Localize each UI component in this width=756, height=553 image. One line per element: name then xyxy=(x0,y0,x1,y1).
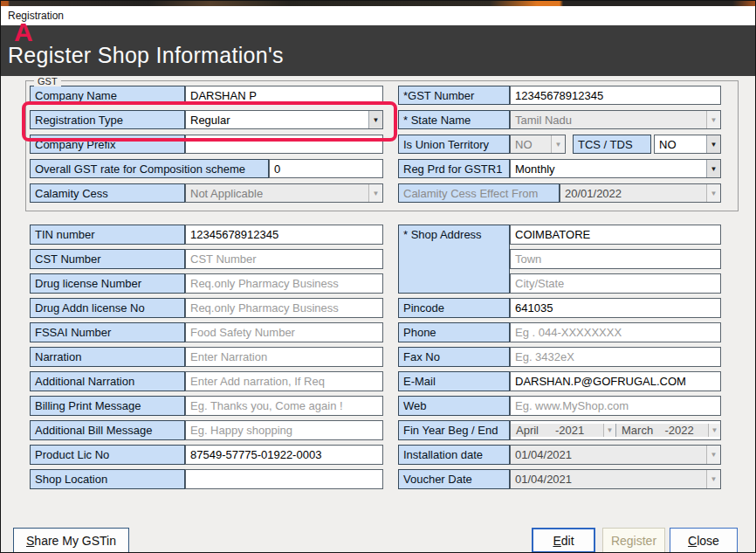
dropdown-arrow-icon[interactable]: ▼ xyxy=(706,446,720,464)
fax-no-label: Fax No xyxy=(398,347,510,367)
dropdown-arrow-icon[interactable]: ▼ xyxy=(551,135,565,153)
share-my-gstin-button-label: Share My GSTin xyxy=(26,534,116,548)
fssai-number-label: FSSAI Number xyxy=(30,322,185,342)
shop-location-label: Shop Location xyxy=(30,469,185,489)
field-row-additional-bill-message: Additional Bill Message Eg. Happy shoppi… xyxy=(30,420,383,440)
company-prefix-input[interactable] xyxy=(185,135,383,154)
field-row-voucher-date: Voucher Date 01/04/2021 ▼ xyxy=(398,469,721,489)
field-row-drug-license: Drug license Number Req.only Pharmacy Bu… xyxy=(30,273,383,294)
billing-print-message-label: Billing Print Message xyxy=(30,396,185,416)
phone-input[interactable]: Eg . 044-XXXXXXXX xyxy=(510,322,721,342)
email-label: E-Mail xyxy=(398,371,510,391)
field-row-fssai-number: FSSAI Number Food Safety Number xyxy=(30,322,383,342)
fin-year-end-year: -2022 xyxy=(664,424,696,437)
gst-left-column: Company Name DARSHAN P Registration Type… xyxy=(30,86,383,203)
drug-license-input[interactable]: Req.only Pharmacy Business xyxy=(185,273,383,294)
close-button-label: Close xyxy=(688,534,719,548)
field-row-calamity-cess: Calamity Cess Not Applicable ▼ xyxy=(30,183,383,203)
shop-location-input[interactable] xyxy=(185,469,383,489)
union-territory-combobox[interactable]: NO ▼ xyxy=(510,135,566,154)
field-row-cst-number: CST Number CST Number xyxy=(30,249,383,269)
gst-number-input[interactable]: 12345678912345 xyxy=(510,86,721,105)
share-my-gstin-button[interactable]: Share My GSTin xyxy=(13,528,129,553)
billing-print-message-input[interactable]: Eg. Thanks you, Come again ! xyxy=(185,396,383,416)
register-button[interactable]: Register xyxy=(602,528,665,553)
fin-year-label: Fin Year Beg / End xyxy=(398,420,510,440)
field-row-tin-number: TIN number 12345678912345 xyxy=(30,225,383,245)
narration-input[interactable]: Enter Narration xyxy=(185,347,383,367)
narration-label: Narration xyxy=(30,347,185,367)
field-row-registration-type: Registration Type Regular ▼ xyxy=(30,110,383,129)
details-left-column: TIN number 12345678912345 CST Number CST… xyxy=(30,225,383,489)
web-label: Web xyxy=(398,396,510,416)
pincode-label: Pincode xyxy=(398,298,510,318)
state-name-combobox[interactable]: Tamil Nadu ▼ xyxy=(510,110,721,129)
fin-year-begin-combobox[interactable]: April -2021 ▼ xyxy=(511,424,615,437)
dropdown-arrow-icon[interactable]: ▼ xyxy=(368,184,382,202)
registration-window: Registration Register Shop Information's… xyxy=(0,0,756,553)
dropdown-arrow-icon[interactable]: ▼ xyxy=(706,135,720,153)
dropdown-arrow-icon[interactable]: ▼ xyxy=(706,184,720,202)
fin-year-end-combobox[interactable]: March -2022 ▼ xyxy=(615,424,720,437)
window-titlebar: Registration xyxy=(1,6,755,25)
shop-address-city-state-input[interactable]: City/State xyxy=(510,273,721,294)
field-row-shop-location: Shop Location xyxy=(30,469,383,489)
cst-number-label: CST Number xyxy=(30,249,185,269)
dropdown-arrow-icon[interactable]: ▼ xyxy=(368,111,382,128)
company-name-label: Company Name xyxy=(30,86,185,105)
installation-date-combobox[interactable]: 01/04/2021 ▼ xyxy=(510,445,721,465)
additional-bill-message-input[interactable]: Eg. Happy shopping xyxy=(185,420,383,440)
calamity-effect-from-combobox[interactable]: 20/01/2022 ▼ xyxy=(560,183,721,203)
phone-label: Phone xyxy=(398,322,510,342)
email-input[interactable]: DARSHAN.P@GOFRUGAL.COM xyxy=(510,371,721,391)
gst-group-label: GST xyxy=(34,76,61,86)
shop-address-town-input[interactable]: Town xyxy=(510,249,721,269)
dropdown-arrow-icon[interactable]: ▼ xyxy=(706,111,720,128)
additional-narration-label: Additional Narration xyxy=(30,371,185,391)
calamity-effect-from-value: 20/01/2022 xyxy=(565,187,622,200)
web-input[interactable]: Eg. www.MyShop.com xyxy=(510,396,721,416)
registration-type-combobox[interactable]: Regular ▼ xyxy=(185,110,383,129)
field-row-gst-number: *GST Number 12345678912345 xyxy=(398,86,721,105)
tin-number-input[interactable]: 12345678912345 xyxy=(185,225,383,245)
reg-prd-gstr1-label: Reg Prd for GSTR1 xyxy=(398,159,510,178)
reg-prd-gstr1-combobox[interactable]: Monthly ▼ xyxy=(510,159,721,178)
tcs-tds-combobox[interactable]: NO ▼ xyxy=(654,135,721,154)
field-row-billing-print-message: Billing Print Message Eg. Thanks you, Co… xyxy=(30,396,383,416)
product-lic-no-input[interactable]: 87549-57775-01922-0003 xyxy=(185,445,383,465)
dropdown-arrow-icon[interactable]: ▼ xyxy=(706,160,720,177)
registration-type-label: Registration Type xyxy=(30,110,185,129)
fin-year-begin-year: -2021 xyxy=(555,424,587,437)
installation-date-value: 01/04/2021 xyxy=(515,448,572,461)
calamity-cess-label: Calamity Cess xyxy=(30,183,185,203)
annotation-letter-a: A xyxy=(14,17,33,47)
field-row-installation-date: Installation date 01/04/2021 ▼ xyxy=(398,445,721,465)
shop-address-line1-input[interactable]: COIMBATORE xyxy=(510,225,721,245)
fssai-number-input[interactable]: Food Safety Number xyxy=(185,322,383,342)
fax-no-input[interactable]: Eg. 3432eX xyxy=(510,347,721,367)
cst-number-input[interactable]: CST Number xyxy=(185,249,383,269)
gst-number-label: *GST Number xyxy=(398,86,510,105)
edit-button[interactable]: Edit xyxy=(532,528,595,553)
calamity-cess-combobox[interactable]: Not Applicable ▼ xyxy=(185,183,383,203)
additional-narration-input[interactable]: Enter Add narration, If Req xyxy=(185,371,383,391)
fin-year-fields: April -2021 ▼ March -2022 ▼ xyxy=(510,420,721,440)
company-name-input[interactable]: DARSHAN P xyxy=(185,86,383,105)
voucher-date-combobox[interactable]: 01/04/2021 ▼ xyxy=(510,469,721,489)
drug-license-label: Drug license Number xyxy=(30,273,185,294)
state-name-label: * State Name xyxy=(398,110,510,129)
page-header: Register Shop Information's xyxy=(1,25,755,76)
field-row-pincode: Pincode 641035 xyxy=(398,298,721,318)
details-right-column: * Shop Address COIMBATORE Town City/Stat… xyxy=(398,225,721,489)
field-row-additional-narration: Additional Narration Enter Add narration… xyxy=(30,371,383,391)
register-button-label: Register xyxy=(611,534,656,548)
drug-addn-license-input[interactable]: Req.only Pharmacy Business xyxy=(185,298,383,318)
overall-gst-rate-input[interactable]: 0 xyxy=(269,159,383,178)
tcs-tds-label: TCS / TDS xyxy=(573,135,651,154)
field-row-reg-prd-gstr1: Reg Prd for GSTR1 Monthly ▼ xyxy=(398,159,721,178)
dropdown-arrow-icon[interactable]: ▼ xyxy=(603,424,615,437)
pincode-input[interactable]: 641035 xyxy=(510,298,721,318)
dropdown-arrow-icon[interactable]: ▼ xyxy=(706,470,720,488)
dropdown-arrow-icon[interactable]: ▼ xyxy=(708,424,720,437)
close-button[interactable]: Close xyxy=(670,528,738,553)
